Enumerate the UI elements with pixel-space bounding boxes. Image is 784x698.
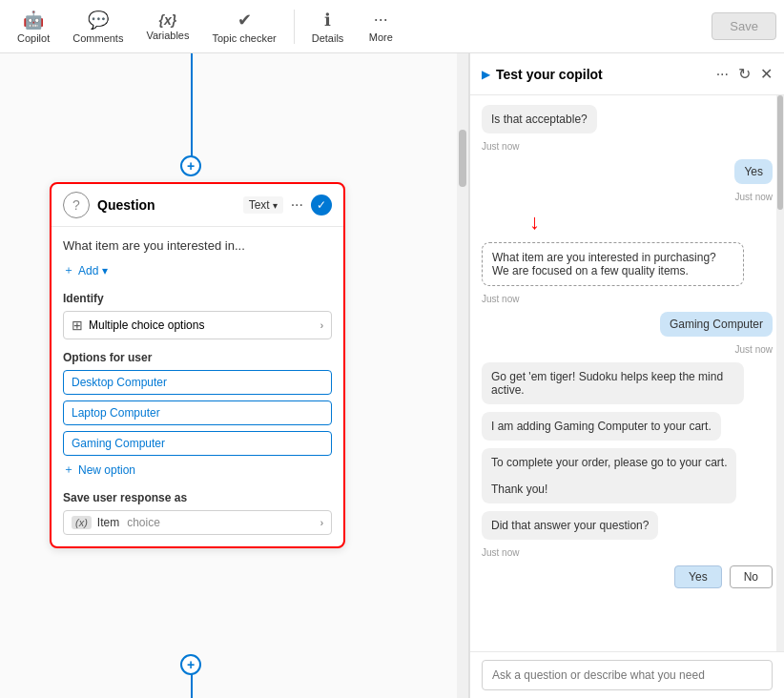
chat-time-bot-5: Just now [482,547,519,558]
identify-row[interactable]: ⊞ Multiple choice options › [63,311,332,339]
copilot-icon: 🤖 [23,10,44,31]
close-icon[interactable]: ✕ [760,65,773,83]
plus-icon-bottom: + [187,657,195,672]
identify-section: Identify ⊞ Multiple choice options › [63,292,332,339]
chat-msg-bot-4: To complete your order, please go to you… [482,448,736,503]
test-panel-title: Test your copilot [496,67,711,82]
red-arrow-icon: ↓ [529,210,540,235]
save-response-label: Save user response as [63,491,332,504]
plus-icon-new-option: ＋ [63,462,74,478]
option-desktop[interactable]: Desktop Computer [63,370,332,395]
save-response-section: Save user response as (x) Item choice › [63,491,332,535]
toolbar-comments[interactable]: 💬 Comments [63,6,133,48]
collapse-icon[interactable]: ▶ [482,68,490,81]
canvas: + ? Question Text ▾ ··· ✓ What item [0,53,469,698]
main-area: + ? Question Text ▾ ··· ✓ What item [0,53,784,698]
question-type-label: Text [249,198,270,212]
toolbar-topic-checker-label: Topic checker [212,32,276,44]
option-laptop[interactable]: Laptop Computer [63,400,332,425]
connector-plus-bottom[interactable]: + [180,654,201,675]
canvas-scrollbar[interactable] [457,53,468,698]
toolbar-topic-checker[interactable]: ✔ Topic checker [202,6,285,48]
chat-msg-bot-1: Is that acceptable? [482,105,597,133]
options-section-label: Options for user [63,351,332,364]
question-type-selector[interactable]: Text ▾ [243,196,283,214]
plus-icon-top: + [187,158,195,174]
chat-msg-bot-3: I am adding Gaming Computer to your cart… [482,412,721,441]
toolbar-copilot[interactable]: 🤖 Copilot [8,6,59,48]
question-text[interactable]: What item are you interested in... [63,238,332,253]
options-section: Options for user Desktop Computer Laptop… [63,351,332,478]
question-body: What item are you interested in... ＋ Add… [52,227,343,546]
chevron-down-icon: ▾ [273,200,278,211]
chat-msg-bot-2: Go get 'em tiger! Sudoku helps keep the … [482,362,744,404]
question-icon: ? [63,192,90,218]
new-option-button[interactable]: ＋ New option [63,462,332,478]
identify-section-label: Identify [63,292,332,305]
toolbar: 🤖 Copilot 💬 Comments {x} Variables ✔ Top… [0,0,784,53]
canvas-scrollbar-thumb[interactable] [459,130,466,187]
question-title: Question [97,197,236,213]
more-icon: ··· [374,10,388,30]
grid-icon: ⊞ [72,318,83,333]
chat-btn-row: Yes No [482,565,773,588]
chevron-right-icon: › [320,320,323,331]
no-button[interactable]: No [730,565,773,588]
add-button[interactable]: ＋ Add ▾ [63,262,332,278]
toolbar-details[interactable]: ℹ Details [302,6,354,48]
save-response-row[interactable]: (x) Item choice › [63,510,332,535]
option-gaming[interactable]: Gaming Computer [63,431,332,456]
toolbar-details-label: Details [312,32,344,44]
add-label: Add [78,264,98,277]
connector-plus-top[interactable]: + [180,155,201,176]
toolbar-more[interactable]: ··· More [357,6,404,47]
chevron-right-save-icon: › [320,518,323,528]
question-menu-icon[interactable]: ··· [291,196,303,214]
chat-scrollbar-thumb[interactable] [777,95,783,210]
variables-icon: {x} [159,12,177,28]
chat-msg-bot-5: Did that answer your question? [482,511,658,540]
chat-msg-user-2: Gaming Computer [660,312,773,337]
test-panel: ▶ Test your copilot ··· ↻ ✕ Is that acce… [469,53,784,698]
var-item-label: Item [97,516,119,529]
question-checkmark: ✓ [311,195,332,216]
identify-option-label: Multiple choice options [89,318,315,332]
chat-msg-dashed: What item are you interested in purchasi… [482,242,744,286]
comments-icon: 💬 [88,10,109,31]
var-choice-label: choice [127,516,160,529]
chat-time-1: Just now [482,141,519,152]
yes-button[interactable]: Yes [674,565,722,588]
topic-checker-icon: ✔ [237,10,252,31]
chat-msg-user-1: Yes [734,159,773,184]
refresh-icon[interactable]: ↻ [738,65,751,83]
toolbar-divider [294,10,295,44]
test-panel-header: ▶ Test your copilot ··· ↻ ✕ [470,53,784,95]
toolbar-copilot-label: Copilot [17,32,50,44]
toolbar-comments-label: Comments [72,32,123,44]
save-button[interactable]: Save [712,12,776,40]
new-option-label: New option [78,463,135,477]
question-card: ? Question Text ▾ ··· ✓ What item are yo… [50,182,345,548]
toolbar-variables[interactable]: {x} Variables [136,9,198,45]
chat-time-dashed: Just now [482,294,519,304]
canvas-content: + ? Question Text ▾ ··· ✓ What item [0,53,468,698]
chat-time-user-2: Just now [735,344,773,355]
chat-input[interactable] [482,660,773,690]
question-card-header: ? Question Text ▾ ··· ✓ [52,184,343,227]
toolbar-more-label: More [369,31,393,43]
test-menu-icon[interactable]: ··· [716,66,729,83]
plus-icon-add: ＋ [63,262,74,278]
chevron-down-icon-add: ▾ [102,264,108,277]
variable-icon: (x) [72,516,92,529]
connector-top [191,53,193,158]
chat-scrollbar[interactable] [776,95,784,651]
toolbar-variables-label: Variables [146,30,189,41]
chat-input-area [470,651,784,698]
chat-area: Is that acceptable? Just now Yes Just no… [470,95,784,651]
chat-time-user-1: Just now [735,192,773,202]
details-icon: ℹ [324,10,331,31]
